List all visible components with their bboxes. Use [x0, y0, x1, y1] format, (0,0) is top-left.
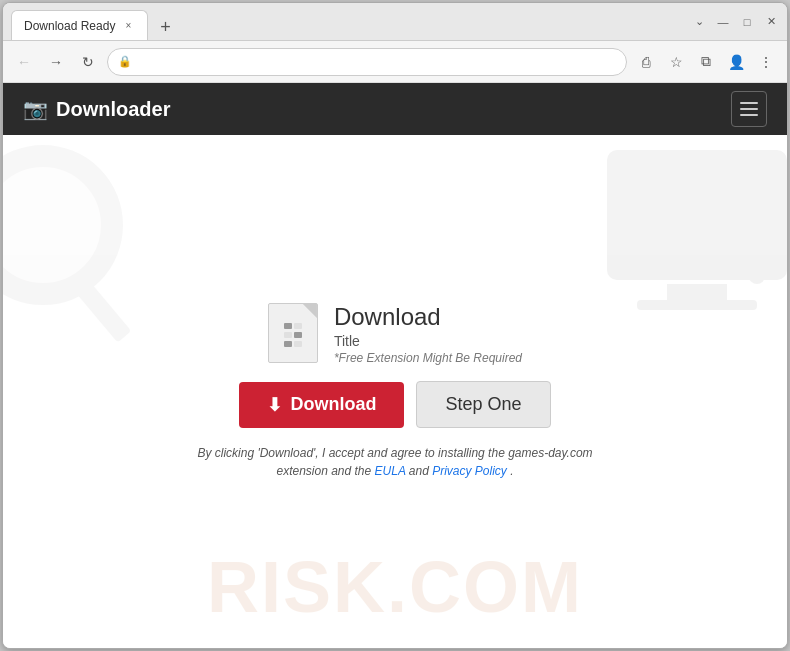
zip-block	[294, 341, 302, 347]
legal-text: By clicking 'Download', I accept and agr…	[197, 444, 592, 480]
tab-close-button[interactable]: ×	[121, 19, 135, 33]
download-file-title: Title	[334, 333, 522, 349]
maximize-button[interactable]: □	[739, 14, 755, 30]
legal-and: and	[409, 464, 432, 478]
download-button[interactable]: ⬇ Download	[239, 382, 404, 428]
zip-block	[284, 323, 292, 329]
svg-line-4	[725, 244, 757, 276]
nav-bar: ← → ↻ 🔒 ⎙ ☆ ⧉ 👤 ⋮	[3, 41, 787, 83]
profile-button[interactable]: 👤	[723, 49, 749, 75]
file-icon	[268, 303, 318, 363]
zip-block	[294, 323, 302, 329]
site-navbar: 📷 Downloader	[3, 83, 787, 135]
reload-button[interactable]: ↻	[75, 49, 101, 75]
magnify-circle	[3, 145, 123, 305]
risk-watermark: RISK.COM	[207, 546, 583, 628]
legal-before: By clicking 'Download', I accept and agr…	[197, 446, 592, 460]
magnify-handle	[73, 277, 132, 342]
page-content: 📷 Downloader	[3, 83, 787, 648]
camera-icon: 📷	[23, 97, 48, 121]
lock-icon: 🔒	[118, 55, 132, 68]
hamburger-menu-button[interactable]	[731, 91, 767, 127]
download-text: Download Title *Free Extension Might Be …	[334, 303, 522, 365]
legal-end: .	[510, 464, 513, 478]
zip-line-1	[284, 323, 302, 329]
file-corner	[303, 304, 317, 318]
tab-title: Download Ready	[24, 19, 115, 33]
title-bar: Download Ready × + ⌄ — □ ✕	[3, 3, 787, 41]
bookmark-button[interactable]: ☆	[663, 49, 689, 75]
zip-block	[284, 341, 292, 347]
nav-actions: ⎙ ☆ ⧉ 👤 ⋮	[633, 49, 779, 75]
magnify-icon-watermark	[3, 145, 123, 305]
eula-link[interactable]: EULA	[375, 464, 406, 478]
download-card: Download Title *Free Extension Might Be …	[177, 283, 612, 500]
download-button-label: Download	[290, 394, 376, 415]
download-icon: ⬇	[267, 394, 282, 416]
share-button[interactable]: ⎙	[633, 49, 659, 75]
browser-menu-button[interactable]: ⋮	[753, 49, 779, 75]
legal-middle: extension and the	[276, 464, 371, 478]
privacy-policy-link[interactable]: Privacy Policy	[432, 464, 507, 478]
hamburger-line-1	[740, 102, 758, 104]
site-brand: 📷 Downloader	[23, 97, 170, 121]
download-heading: Download	[334, 303, 522, 331]
pc-watermark-icon	[597, 140, 787, 340]
hamburger-line-2	[740, 108, 758, 110]
zip-block	[294, 332, 302, 338]
address-bar[interactable]: 🔒	[107, 48, 627, 76]
tab-area: Download Ready × +	[11, 3, 679, 40]
download-note: *Free Extension Might Be Required	[334, 351, 522, 365]
zip-line-2	[284, 332, 302, 338]
step-one-button[interactable]: Step One	[416, 381, 550, 428]
browser-window: Download Ready × + ⌄ — □ ✕ ← → ↻ 🔒 ⎙ ☆ ⧉…	[2, 2, 788, 649]
svg-point-3	[657, 176, 737, 256]
back-button[interactable]: ←	[11, 49, 37, 75]
file-zip-pattern	[284, 323, 302, 347]
chevron-down-icon[interactable]: ⌄	[691, 14, 707, 30]
svg-rect-1	[667, 284, 727, 300]
active-tab[interactable]: Download Ready ×	[11, 10, 148, 40]
hamburger-line-3	[740, 114, 758, 116]
forward-button[interactable]: →	[43, 49, 69, 75]
button-row: ⬇ Download Step One	[239, 381, 550, 428]
zip-line-3	[284, 341, 302, 347]
brand-name: Downloader	[56, 98, 170, 121]
window-controls: ⌄ — □ ✕	[691, 14, 779, 30]
download-info: Download Title *Free Extension Might Be …	[268, 303, 522, 365]
svg-rect-0	[607, 150, 787, 280]
zip-block	[284, 332, 292, 338]
minimize-button[interactable]: —	[715, 14, 731, 30]
new-tab-button[interactable]: +	[152, 14, 178, 40]
main-area: RISK.COM	[3, 135, 787, 648]
close-button[interactable]: ✕	[763, 14, 779, 30]
svg-rect-2	[637, 300, 757, 310]
tab-view-button[interactable]: ⧉	[693, 49, 719, 75]
